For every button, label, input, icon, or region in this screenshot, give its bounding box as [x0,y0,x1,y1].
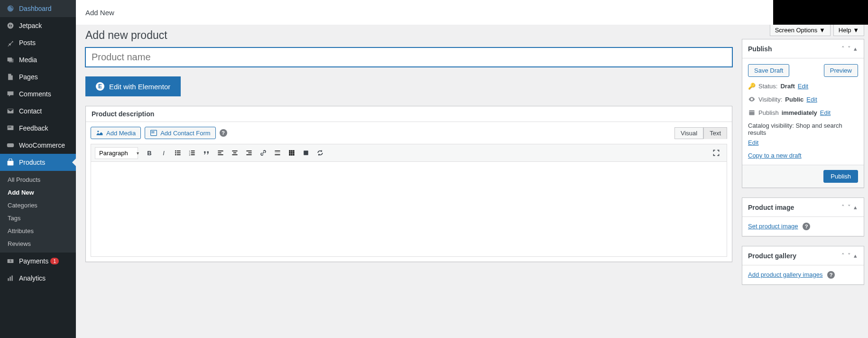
topbar: Add New [76,0,773,25]
help-icon[interactable]: ? [827,271,835,279]
help-button[interactable]: Help ▼ [833,25,864,36]
insert-more-button[interactable] [271,146,284,160]
format-select[interactable]: Paragraph [95,147,138,159]
svg-rect-35 [246,150,251,151]
jetpack-icon [6,21,15,30]
svg-rect-20 [177,152,181,153]
svg-rect-50 [304,150,308,155]
submenu-add-new[interactable]: Add New [0,186,76,199]
edit-with-elementor-button[interactable]: E Edit with Elementor [85,76,181,96]
svg-rect-6 [7,143,14,147]
svg-rect-29 [218,150,223,151]
tab-visual[interactable]: Visual [674,127,703,139]
sidebar-item-posts[interactable]: Posts [0,34,76,51]
svg-point-19 [175,152,176,153]
svg-rect-26 [191,152,195,153]
sidebar-item-woocommerce[interactable]: WooCommerce [0,137,76,154]
submenu-all-products[interactable]: All Products [0,173,76,186]
svg-text:$: $ [9,259,11,263]
preview-button[interactable]: Preview [824,64,858,77]
add-media-button[interactable]: Add Media [91,127,141,139]
submenu-attributes[interactable]: Attributes [0,225,76,237]
elementor-label: Edit with Elementor [109,83,170,91]
toolbar-toggle-button[interactable] [285,146,298,160]
panel-down-icon[interactable]: ˅ [847,203,852,212]
gauge-icon [6,4,15,13]
svg-rect-41 [289,150,290,151]
panel-down-icon[interactable]: ˅ [847,251,852,260]
panel-up-icon[interactable]: ˄ [840,203,846,212]
editor-content-area[interactable] [91,162,727,257]
mail-icon [6,106,15,116]
refresh-button[interactable] [314,146,327,160]
numbered-list-button[interactable]: 123 [185,146,199,160]
feedback-icon [6,123,15,133]
set-product-image-link[interactable]: Set product image [748,223,798,230]
sidebar-item-analytics[interactable]: Analytics [0,270,76,287]
copy-to-draft-link[interactable]: Copy to a new draft [748,152,802,159]
add-gallery-images-link[interactable]: Add product gallery images [748,271,823,278]
analytics-icon [6,273,15,283]
help-icon[interactable]: ? [803,223,810,230]
align-right-button[interactable] [242,146,256,160]
sidebar-item-pages[interactable]: Pages [0,68,76,85]
pin-icon [6,38,15,47]
bold-button[interactable]: B [143,146,156,160]
edit-status-link[interactable]: Edit [798,83,808,90]
sidebar-item-label: WooCommerce [19,141,65,149]
svg-rect-43 [293,150,294,151]
panel-toggle-icon[interactable]: ▴ [853,203,858,212]
sidebar-item-contact[interactable]: Contact [0,103,76,120]
svg-rect-39 [275,152,280,153]
svg-rect-30 [218,152,221,153]
sidebar-item-media[interactable]: Media [0,51,76,68]
submenu-reviews[interactable]: Reviews [0,237,76,250]
svg-rect-24 [191,150,195,151]
svg-rect-33 [233,152,236,153]
product-gallery-title: Product gallery [748,252,796,260]
sidebar-item-comments[interactable]: Comments [0,85,76,103]
sidebar-item-label: Contact [19,107,42,115]
save-draft-button[interactable]: Save Draft [748,64,789,77]
admin-sidebar: Dashboard Jetpack Posts Media Pages Comm… [0,0,76,338]
edit-visibility-link[interactable]: Edit [806,96,817,103]
align-left-button[interactable] [214,146,227,160]
sidebar-item-label: Media [19,56,37,64]
edit-catalog-link[interactable]: Edit [748,139,758,146]
panel-toggle-icon[interactable]: ▴ [853,44,858,53]
panel-down-icon[interactable]: ˅ [847,44,852,53]
panel-toggle-icon[interactable]: ▴ [853,251,858,260]
submenu-categories[interactable]: Categories [0,199,76,212]
sidebar-item-dashboard[interactable]: Dashboard [0,0,76,17]
sidebar-item-products[interactable]: Products [0,154,76,171]
link-button[interactable] [257,146,270,160]
svg-rect-52 [749,112,754,112]
align-center-button[interactable] [228,146,241,160]
svg-rect-2 [9,59,14,63]
key-icon: 🔑 [748,83,756,90]
bullet-list-button[interactable] [171,146,185,160]
svg-rect-46 [293,152,294,153]
submenu-tags[interactable]: Tags [0,212,76,225]
screen-options-button[interactable]: Screen Options ▼ [770,25,831,36]
publish-button[interactable]: Publish [823,170,858,183]
product-name-input[interactable] [85,47,732,67]
elementor-icon: E [96,82,104,91]
svg-rect-45 [291,152,292,153]
help-icon[interactable]: ? [220,129,227,137]
insert-block-button[interactable] [299,146,313,160]
sidebar-item-payments[interactable]: $ Payments 1 [0,253,76,270]
svg-rect-4 [8,125,14,130]
add-contact-form-button[interactable]: Add Contact Form [145,127,216,139]
tab-text[interactable]: Text [703,127,727,139]
sidebar-item-feedback[interactable]: Feedback [0,120,76,137]
svg-rect-10 [8,278,9,281]
edit-schedule-link[interactable]: Edit [820,109,831,116]
blockquote-button[interactable] [200,146,213,160]
italic-button[interactable]: I [157,146,170,160]
panel-up-icon[interactable]: ˄ [840,44,846,53]
fullscreen-button[interactable] [710,146,723,160]
sidebar-item-jetpack[interactable]: Jetpack [0,17,76,34]
panel-up-icon[interactable]: ˄ [840,251,846,260]
svg-rect-5 [8,127,11,128]
